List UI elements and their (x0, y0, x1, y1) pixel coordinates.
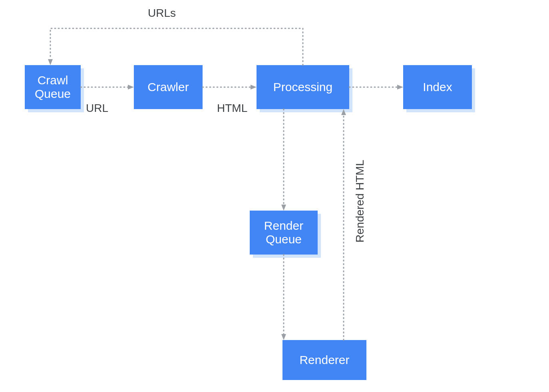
svg-marker-10 (281, 334, 286, 340)
flow-diagram: CrawlQueue Crawler Processing Index Rend… (0, 0, 549, 392)
node-renderer: Renderer (282, 340, 366, 380)
node-render-queue: RenderQueue (250, 211, 318, 255)
node-crawl-queue: CrawlQueue (25, 65, 81, 109)
node-label: Renderer (299, 353, 349, 367)
node-label: Crawler (147, 80, 189, 94)
node-index: Index (403, 65, 472, 109)
node-crawler: Crawler (134, 65, 203, 109)
edge-label-urls: URLs (148, 7, 176, 20)
node-label: RenderQueue (264, 219, 303, 246)
svg-marker-12 (341, 109, 346, 115)
arrow-processing-to-renderqueue (280, 109, 287, 211)
node-processing: Processing (257, 65, 349, 109)
node-label: Index (423, 80, 452, 94)
node-label: CrawlQueue (35, 74, 71, 101)
node-label: Processing (273, 80, 332, 94)
edge-label-html: HTML (217, 102, 247, 115)
arrow-renderer-to-processing (340, 109, 347, 340)
arrow-crawler-to-processing (203, 84, 257, 90)
svg-marker-6 (48, 59, 53, 65)
svg-marker-3 (251, 85, 257, 90)
edge-label-url: URL (86, 102, 108, 115)
svg-marker-5 (397, 85, 403, 90)
arrow-renderqueue-to-renderer (280, 255, 287, 340)
edge-label-rendered-html: Rendered HTML (354, 160, 366, 243)
arrow-processing-to-crawlqueue-urls (47, 25, 303, 69)
arrow-processing-to-index (349, 84, 403, 90)
svg-marker-8 (281, 205, 286, 211)
arrow-crawlqueue-to-crawler (81, 84, 134, 90)
svg-marker-1 (128, 85, 134, 90)
